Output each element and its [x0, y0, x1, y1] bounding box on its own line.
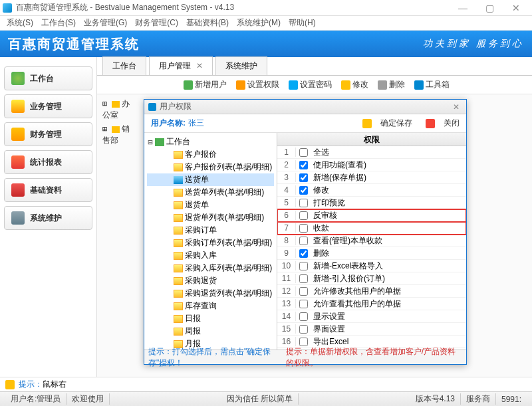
- tree-node[interactable]: 采购订单列表(单据/明细): [147, 237, 274, 249]
- permission-checkbox[interactable]: [299, 173, 308, 182]
- status-motto: 因为信任 所以简单: [221, 393, 299, 405]
- toolbar-icon: [341, 80, 350, 90]
- permission-checkbox[interactable]: [299, 249, 308, 258]
- permission-checkbox[interactable]: [299, 312, 308, 321]
- toggle-icon[interactable]: ⊟: [147, 138, 154, 147]
- permission-label: 新增(保存单据): [311, 172, 466, 183]
- tree-node[interactable]: 采购退货: [147, 274, 274, 287]
- row-number: 15: [277, 324, 296, 334]
- sidebar-button[interactable]: 工作台: [4, 66, 92, 90]
- permission-checkbox[interactable]: [299, 161, 308, 169]
- menu-item[interactable]: 业务管理(G): [80, 17, 131, 29]
- folder-icon: [112, 101, 120, 108]
- tree-node[interactable]: ⊟工作台: [147, 136, 274, 148]
- permission-checkbox[interactable]: [299, 211, 308, 220]
- permission-checkbox[interactable]: [299, 338, 308, 346]
- permission-checkbox[interactable]: [299, 237, 308, 245]
- expand-icon[interactable]: ⊞: [102, 99, 112, 108]
- node-label: 采购退货: [185, 275, 217, 286]
- sidebar-button[interactable]: 基础资料: [4, 178, 92, 202]
- dept-node[interactable]: ⊞ 办公室: [100, 97, 134, 122]
- sidebar-icon: [11, 155, 25, 169]
- tree-node[interactable]: 采购退货列表(单据/明细): [147, 287, 274, 300]
- sidebar-label: 统计报表: [30, 157, 62, 168]
- sidebar-button[interactable]: 业务管理: [4, 94, 92, 118]
- menu-item[interactable]: 帮助(H): [285, 17, 320, 29]
- sidebar-button[interactable]: 系统维护: [4, 206, 92, 230]
- sidebar-button[interactable]: 统计报表: [4, 150, 92, 174]
- node-label: 采购入库: [185, 250, 217, 261]
- node-icon: [174, 264, 183, 272]
- toolbar-button[interactable]: 删除: [378, 79, 405, 90]
- permission-label: 查看(管理)本单收款: [311, 235, 466, 247]
- sidebar-button[interactable]: 财务管理: [4, 122, 92, 146]
- tree-node[interactable]: 库存查询: [147, 300, 274, 312]
- close-button[interactable]: 关闭: [419, 118, 460, 129]
- node-icon: [174, 315, 183, 323]
- row-number: 12: [277, 286, 296, 296]
- node-icon: [174, 189, 183, 197]
- confirm-save-button[interactable]: 确定保存: [356, 118, 412, 129]
- permission-panel: 权限 1全选2使用功能(查看)3新增(保存单据)4修改5打印预览6反审核7收款8…: [277, 133, 466, 350]
- permission-row: 8查看(管理)本单收款: [277, 235, 466, 247]
- dialog-header: 用户名称: 张三 确定保存 关闭: [144, 114, 466, 133]
- node-icon: [174, 290, 183, 298]
- permission-checkbox[interactable]: [299, 262, 308, 270]
- toolbar-icon: [289, 80, 298, 90]
- minimize-button[interactable]: —: [450, 0, 476, 16]
- hint-label: 提示：: [19, 379, 43, 390]
- toolbar-icon: [414, 80, 424, 90]
- permission-checkbox[interactable]: [299, 287, 308, 296]
- toolbar-button[interactable]: 工具箱: [414, 79, 450, 90]
- tree-node[interactable]: 日报: [147, 312, 274, 325]
- tab[interactable]: 用户管理✕: [149, 56, 213, 75]
- row-number: 16: [277, 337, 296, 346]
- tab-label: 用户管理: [159, 61, 191, 70]
- status-user: 用户名:管理员: [5, 393, 66, 405]
- dialog-close-icon[interactable]: ✕: [450, 102, 462, 112]
- sidebar-label: 基础资料: [30, 185, 62, 196]
- tree-node[interactable]: 送货单: [147, 173, 274, 186]
- sidebar-label: 财务管理: [30, 129, 62, 140]
- sidebar-label: 工作台: [30, 73, 54, 84]
- permission-checkbox[interactable]: [299, 325, 308, 334]
- module-tree[interactable]: ⊟工作台客户报价客户报价列表(单据/明细)送货单送货单列表(单据/明细)退货单退…: [144, 133, 277, 350]
- tab[interactable]: 工作台: [102, 56, 146, 75]
- close-button[interactable]: ✕: [503, 0, 529, 16]
- menu-item[interactable]: 系统维护(M): [233, 17, 285, 29]
- toolbar-button[interactable]: 新增用户: [184, 79, 227, 90]
- tab-label: 工作台: [112, 61, 136, 70]
- permission-checkbox[interactable]: [299, 300, 308, 308]
- expand-icon[interactable]: ⊞: [102, 124, 112, 134]
- toolbar: 新增用户设置权限设置密码修改删除工具箱: [97, 76, 532, 94]
- toolbar-button[interactable]: 设置权限: [236, 79, 279, 90]
- menu-item[interactable]: 系统(S): [3, 17, 37, 29]
- tab[interactable]: 系统维护: [215, 56, 267, 75]
- folder-icon: [112, 126, 120, 133]
- tree-node[interactable]: 周报: [147, 325, 274, 338]
- tree-node[interactable]: 采购订单: [147, 224, 274, 237]
- tree-node[interactable]: 客户报价: [147, 148, 274, 161]
- tree-node[interactable]: 客户报价列表(单据/明细): [147, 161, 274, 173]
- toolbar-button[interactable]: 设置密码: [289, 79, 332, 90]
- menu-item[interactable]: 工作台(S): [37, 17, 80, 29]
- sidebar-label: 系统维护: [30, 213, 62, 224]
- permission-checkbox[interactable]: [299, 224, 308, 233]
- dept-tree: ⊞ 办公室⊞ 销售部: [97, 94, 137, 150]
- permission-checkbox[interactable]: [299, 148, 308, 157]
- tree-node[interactable]: 退货单: [147, 199, 274, 211]
- permission-checkbox[interactable]: [299, 274, 308, 283]
- dept-node[interactable]: ⊞ 销售部: [100, 122, 134, 148]
- tree-node[interactable]: 退货单列表(单据/明细): [147, 211, 274, 224]
- menu-item[interactable]: 基础资料(B): [182, 17, 233, 29]
- tab-close-icon[interactable]: ✕: [196, 61, 203, 70]
- permission-checkbox[interactable]: [299, 186, 308, 195]
- tree-node[interactable]: 送货单列表(单据/明细): [147, 186, 274, 199]
- node-icon: [174, 302, 183, 310]
- maximize-button[interactable]: ▢: [476, 0, 503, 16]
- tree-node[interactable]: 采购入库: [147, 249, 274, 262]
- toolbar-button[interactable]: 修改: [341, 79, 368, 90]
- menu-item[interactable]: 财务管理(C): [131, 17, 182, 29]
- tree-node[interactable]: 采购入库列表(单据/明细): [147, 262, 274, 274]
- permission-checkbox[interactable]: [299, 199, 308, 207]
